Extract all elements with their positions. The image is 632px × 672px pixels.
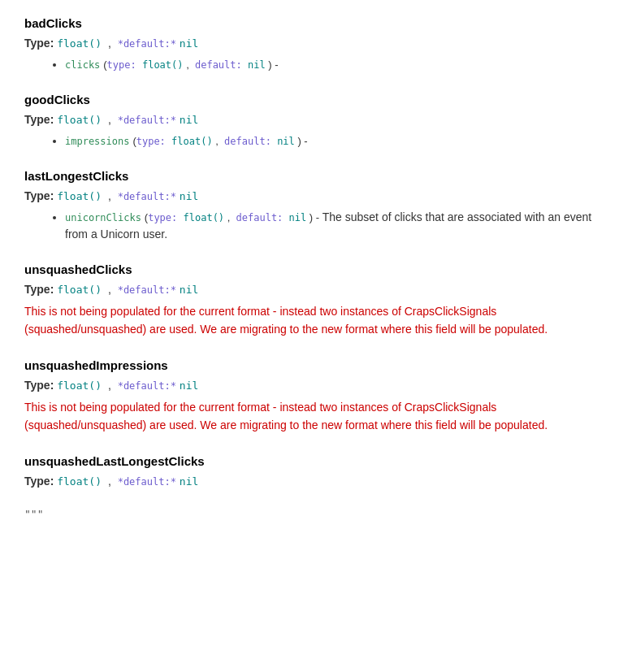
- param-default-value: nil: [283, 212, 306, 223]
- param-list-lastLongestClicks: unicornClicks (type: float() , default: …: [24, 209, 608, 243]
- section-title-badClicks: badClicks: [24, 16, 608, 30]
- section-title-unsquashedImpressions: unsquashedImpressions: [24, 358, 608, 372]
- warning-text-unsquashedImpressions: This is not being populated for the curr…: [24, 398, 608, 435]
- section-unsquashedImpressions: unsquashedImpressions Type: float() , *d…: [24, 358, 608, 435]
- type-value: float(): [57, 190, 102, 202]
- nil-value: nil: [180, 284, 198, 296]
- documentation-container: badClicks Type: float() , *default:* nil…: [24, 16, 608, 520]
- param-list-goodClicks: impressions (type: float() , default: ni…: [24, 132, 608, 150]
- default-key: *default:*: [118, 191, 176, 202]
- type-separator: ,: [108, 475, 111, 488]
- nil-value: nil: [180, 37, 198, 50]
- type-separator: ,: [108, 189, 111, 202]
- list-item: impressions (type: float() , default: ni…: [65, 132, 608, 150]
- param-default-value: nil: [271, 136, 295, 147]
- section-title-unsquashedLastLongestClicks: unsquashedLastLongestClicks: [24, 454, 608, 468]
- param-type-key: type:: [136, 136, 166, 147]
- section-title-lastLongestClicks: lastLongestClicks: [24, 169, 608, 183]
- type-label: Type:: [24, 189, 54, 202]
- list-item: clicks (type: float() , default: nil ) -: [65, 56, 608, 73]
- default-key: *default:*: [118, 476, 176, 488]
- section-goodClicks: goodClicks Type: float() , *default:* ni…: [24, 93, 608, 150]
- param-paren-close: ) -: [295, 135, 308, 147]
- type-line-unsquashedImpressions: Type: float() , *default:* nil: [24, 379, 608, 392]
- type-line-unsquashedLastLongestClicks: Type: float() , *default:* nil: [24, 475, 608, 488]
- nil-value: nil: [180, 190, 198, 202]
- nil-value: nil: [180, 114, 198, 126]
- type-line-badClicks: Type: float() , *default:* nil: [24, 37, 608, 50]
- default-key: *default:*: [118, 115, 176, 126]
- type-value: float(): [57, 379, 102, 392]
- section-title-goodClicks: goodClicks: [24, 93, 608, 106]
- type-separator: ,: [108, 37, 111, 50]
- param-list-badClicks: clicks (type: float() , default: nil ) -: [24, 56, 608, 73]
- section-title-unsquashedClicks: unsquashedClicks: [24, 262, 608, 276]
- type-label: Type:: [24, 475, 54, 488]
- type-label: Type:: [24, 379, 54, 392]
- type-label: Type:: [24, 37, 54, 50]
- type-line-unsquashedClicks: Type: float() , *default:* nil: [24, 283, 608, 296]
- default-key: *default:*: [118, 380, 176, 392]
- param-default-value: nil: [242, 59, 266, 71]
- param-default-key: default:: [230, 212, 283, 223]
- param-name: impressions: [65, 136, 129, 147]
- nil-value: nil: [180, 475, 198, 488]
- section-unsquashedClicks: unsquashedClicks Type: float() , *defaul…: [24, 262, 608, 339]
- param-type-key: type:: [148, 212, 177, 223]
- triple-quote: """: [24, 507, 608, 520]
- type-value: float(): [57, 284, 102, 296]
- param-name: unicornClicks: [65, 212, 141, 223]
- param-paren-close: ) -: [306, 211, 322, 223]
- type-separator: ,: [108, 283, 111, 296]
- section-unsquashedLastLongestClicks: unsquashedLastLongestClicks Type: float(…: [24, 454, 608, 488]
- type-line-goodClicks: Type: float() , *default:* nil: [24, 113, 608, 126]
- nil-value: nil: [180, 379, 198, 392]
- param-type-value: float(): [166, 136, 213, 147]
- type-separator: ,: [108, 379, 111, 392]
- warning-text-unsquashedClicks: This is not being populated for the curr…: [24, 302, 608, 339]
- type-separator: ,: [108, 113, 111, 126]
- param-paren-close: ) -: [266, 59, 279, 71]
- param-comma: ,: [213, 135, 219, 147]
- param-name: clicks: [65, 59, 100, 71]
- section-badClicks: badClicks Type: float() , *default:* nil…: [24, 16, 608, 73]
- param-comma: ,: [184, 59, 189, 71]
- default-key: *default:*: [118, 38, 176, 50]
- section-lastLongestClicks: lastLongestClicks Type: float() , *defau…: [24, 169, 608, 243]
- param-type-value: float(): [136, 59, 184, 71]
- param-default-key: default:: [189, 59, 242, 71]
- default-key: *default:*: [118, 284, 176, 296]
- type-label: Type:: [24, 113, 54, 126]
- type-value: float(): [57, 37, 102, 50]
- param-default-key: default:: [219, 136, 271, 147]
- list-item: unicornClicks (type: float() , default: …: [65, 209, 608, 243]
- type-value: float(): [57, 114, 102, 126]
- type-value: float(): [57, 475, 102, 488]
- type-label: Type:: [24, 283, 54, 296]
- type-line-lastLongestClicks: Type: float() , *default:* nil: [24, 189, 608, 202]
- param-type-value: float(): [177, 212, 224, 223]
- param-type-key: type:: [107, 59, 136, 71]
